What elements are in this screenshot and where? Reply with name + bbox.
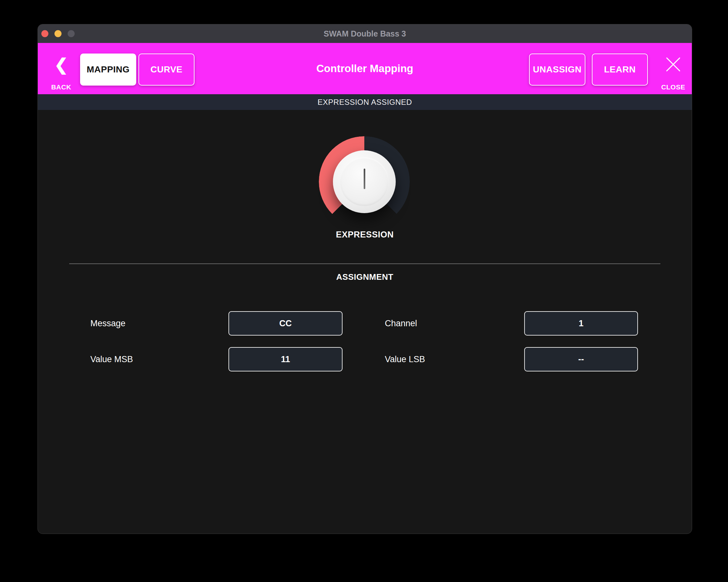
message-field[interactable]: CC [229,311,342,335]
knob-pointer-icon [364,169,365,189]
minimize-window-icon[interactable] [54,30,61,37]
tab-mapping[interactable]: MAPPING [80,53,136,85]
value-lsb-field[interactable]: -- [524,347,638,372]
value-lsb-label: Value LSB [385,347,425,372]
window-title: SWAM Double Bass 3 [38,29,692,39]
close-label: CLOSE [656,83,691,91]
value-msb-label: Value MSB [90,347,133,372]
assignment-heading: ASSIGNMENT [38,272,692,282]
learn-button[interactable]: LEARN [592,53,648,85]
tab-curve[interactable]: CURVE [138,53,194,85]
channel-field[interactable]: 1 [524,311,638,335]
expression-knob[interactable] [333,150,396,213]
chevron-left-icon: ❮ [44,56,79,73]
channel-label: Channel [385,311,417,335]
status-text: EXPRESSION ASSIGNED [317,98,412,107]
app-window: SWAM Double Bass 3 ❮ BACK MAPPING CURVE … [37,24,692,534]
message-label: Message [90,311,126,335]
knob-label: EXPRESSION [38,230,692,240]
status-bar: EXPRESSION ASSIGNED [38,94,692,110]
value-msb-field[interactable]: 11 [229,347,342,372]
traffic-lights [41,24,75,43]
knob-face [340,157,389,206]
titlebar: SWAM Double Bass 3 [38,24,692,43]
section-divider [69,263,660,264]
close-button[interactable]: CLOSE [656,43,691,94]
back-label: BACK [44,83,79,91]
close-x-icon [666,57,681,72]
zoom-window-icon [68,30,75,37]
unassign-button[interactable]: UNASSIGN [529,53,586,85]
controller-mapping-header: ❮ BACK MAPPING CURVE Controller Mapping … [38,43,692,94]
back-button[interactable]: ❮ BACK [44,43,79,94]
close-window-icon[interactable] [41,30,48,37]
